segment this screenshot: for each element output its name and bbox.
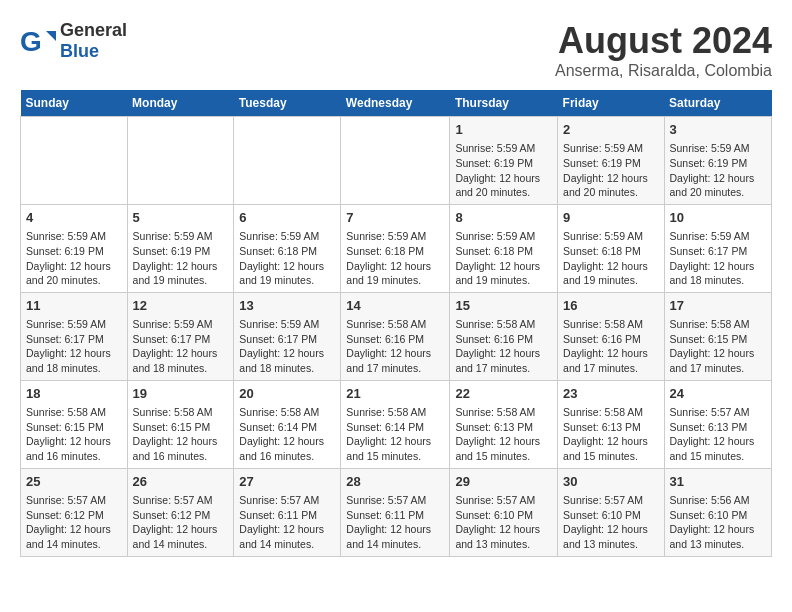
- svg-text:G: G: [20, 26, 42, 57]
- day-number: 19: [133, 385, 229, 403]
- calendar-cell: 2Sunrise: 5:59 AM Sunset: 6:19 PM Daylig…: [558, 117, 664, 205]
- day-number: 24: [670, 385, 767, 403]
- calendar-table: SundayMondayTuesdayWednesdayThursdayFrid…: [20, 90, 772, 557]
- calendar-cell: 1Sunrise: 5:59 AM Sunset: 6:19 PM Daylig…: [450, 117, 558, 205]
- day-number: 6: [239, 209, 335, 227]
- title-block: August 2024 Anserma, Risaralda, Colombia: [555, 20, 772, 80]
- calendar-cell: 12Sunrise: 5:59 AM Sunset: 6:17 PM Dayli…: [127, 292, 234, 380]
- weekday-header-monday: Monday: [127, 90, 234, 117]
- day-number: 26: [133, 473, 229, 491]
- day-number: 8: [455, 209, 552, 227]
- day-number: 5: [133, 209, 229, 227]
- calendar-week-1: 1Sunrise: 5:59 AM Sunset: 6:19 PM Daylig…: [21, 117, 772, 205]
- day-number: 11: [26, 297, 122, 315]
- page-header: G General Blue August 2024 Anserma, Risa…: [20, 20, 772, 80]
- logo-icon: G: [20, 23, 56, 59]
- day-number: 13: [239, 297, 335, 315]
- month-title: August 2024: [555, 20, 772, 62]
- svg-marker-1: [46, 31, 56, 41]
- day-number: 28: [346, 473, 444, 491]
- day-number: 16: [563, 297, 658, 315]
- calendar-cell: 6Sunrise: 5:59 AM Sunset: 6:18 PM Daylig…: [234, 204, 341, 292]
- day-number: 30: [563, 473, 658, 491]
- day-number: 21: [346, 385, 444, 403]
- day-number: 20: [239, 385, 335, 403]
- day-number: 22: [455, 385, 552, 403]
- calendar-cell: 31Sunrise: 5:56 AM Sunset: 6:10 PM Dayli…: [664, 468, 772, 556]
- location-title: Anserma, Risaralda, Colombia: [555, 62, 772, 80]
- weekday-header-friday: Friday: [558, 90, 664, 117]
- calendar-cell: 20Sunrise: 5:58 AM Sunset: 6:14 PM Dayli…: [234, 380, 341, 468]
- logo: G General Blue: [20, 20, 127, 62]
- day-number: 3: [670, 121, 767, 139]
- day-number: 15: [455, 297, 552, 315]
- calendar-cell: 14Sunrise: 5:58 AM Sunset: 6:16 PM Dayli…: [341, 292, 450, 380]
- calendar-cell: 10Sunrise: 5:59 AM Sunset: 6:17 PM Dayli…: [664, 204, 772, 292]
- day-number: 9: [563, 209, 658, 227]
- day-number: 14: [346, 297, 444, 315]
- weekday-header-thursday: Thursday: [450, 90, 558, 117]
- calendar-cell: 3Sunrise: 5:59 AM Sunset: 6:19 PM Daylig…: [664, 117, 772, 205]
- calendar-cell: 21Sunrise: 5:58 AM Sunset: 6:14 PM Dayli…: [341, 380, 450, 468]
- weekday-header-row: SundayMondayTuesdayWednesdayThursdayFrid…: [21, 90, 772, 117]
- calendar-cell: 7Sunrise: 5:59 AM Sunset: 6:18 PM Daylig…: [341, 204, 450, 292]
- calendar-cell: 13Sunrise: 5:59 AM Sunset: 6:17 PM Dayli…: [234, 292, 341, 380]
- calendar-cell: [234, 117, 341, 205]
- weekday-header-tuesday: Tuesday: [234, 90, 341, 117]
- logo-blue-text: Blue: [60, 41, 99, 61]
- calendar-week-5: 25Sunrise: 5:57 AM Sunset: 6:12 PM Dayli…: [21, 468, 772, 556]
- calendar-week-4: 18Sunrise: 5:58 AM Sunset: 6:15 PM Dayli…: [21, 380, 772, 468]
- logo-general-text: General: [60, 20, 127, 40]
- calendar-cell: 30Sunrise: 5:57 AM Sunset: 6:10 PM Dayli…: [558, 468, 664, 556]
- calendar-cell: 24Sunrise: 5:57 AM Sunset: 6:13 PM Dayli…: [664, 380, 772, 468]
- calendar-cell: 18Sunrise: 5:58 AM Sunset: 6:15 PM Dayli…: [21, 380, 128, 468]
- day-number: 25: [26, 473, 122, 491]
- calendar-cell: 25Sunrise: 5:57 AM Sunset: 6:12 PM Dayli…: [21, 468, 128, 556]
- calendar-cell: 29Sunrise: 5:57 AM Sunset: 6:10 PM Dayli…: [450, 468, 558, 556]
- calendar-cell: 23Sunrise: 5:58 AM Sunset: 6:13 PM Dayli…: [558, 380, 664, 468]
- calendar-cell: [341, 117, 450, 205]
- calendar-cell: 9Sunrise: 5:59 AM Sunset: 6:18 PM Daylig…: [558, 204, 664, 292]
- calendar-cell: 11Sunrise: 5:59 AM Sunset: 6:17 PM Dayli…: [21, 292, 128, 380]
- calendar-week-2: 4Sunrise: 5:59 AM Sunset: 6:19 PM Daylig…: [21, 204, 772, 292]
- calendar-cell: [127, 117, 234, 205]
- calendar-cell: 22Sunrise: 5:58 AM Sunset: 6:13 PM Dayli…: [450, 380, 558, 468]
- day-number: 23: [563, 385, 658, 403]
- weekday-header-sunday: Sunday: [21, 90, 128, 117]
- day-number: 27: [239, 473, 335, 491]
- day-number: 1: [455, 121, 552, 139]
- day-number: 12: [133, 297, 229, 315]
- calendar-cell: 8Sunrise: 5:59 AM Sunset: 6:18 PM Daylig…: [450, 204, 558, 292]
- day-number: 29: [455, 473, 552, 491]
- calendar-cell: 15Sunrise: 5:58 AM Sunset: 6:16 PM Dayli…: [450, 292, 558, 380]
- calendar-cell: 4Sunrise: 5:59 AM Sunset: 6:19 PM Daylig…: [21, 204, 128, 292]
- weekday-header-wednesday: Wednesday: [341, 90, 450, 117]
- day-number: 17: [670, 297, 767, 315]
- day-number: 10: [670, 209, 767, 227]
- calendar-cell: 19Sunrise: 5:58 AM Sunset: 6:15 PM Dayli…: [127, 380, 234, 468]
- calendar-cell: 27Sunrise: 5:57 AM Sunset: 6:11 PM Dayli…: [234, 468, 341, 556]
- day-number: 18: [26, 385, 122, 403]
- calendar-cell: 5Sunrise: 5:59 AM Sunset: 6:19 PM Daylig…: [127, 204, 234, 292]
- calendar-cell: [21, 117, 128, 205]
- calendar-cell: 17Sunrise: 5:58 AM Sunset: 6:15 PM Dayli…: [664, 292, 772, 380]
- day-number: 31: [670, 473, 767, 491]
- calendar-cell: 16Sunrise: 5:58 AM Sunset: 6:16 PM Dayli…: [558, 292, 664, 380]
- weekday-header-saturday: Saturday: [664, 90, 772, 117]
- calendar-cell: 28Sunrise: 5:57 AM Sunset: 6:11 PM Dayli…: [341, 468, 450, 556]
- day-number: 4: [26, 209, 122, 227]
- day-number: 2: [563, 121, 658, 139]
- day-number: 7: [346, 209, 444, 227]
- calendar-cell: 26Sunrise: 5:57 AM Sunset: 6:12 PM Dayli…: [127, 468, 234, 556]
- calendar-week-3: 11Sunrise: 5:59 AM Sunset: 6:17 PM Dayli…: [21, 292, 772, 380]
